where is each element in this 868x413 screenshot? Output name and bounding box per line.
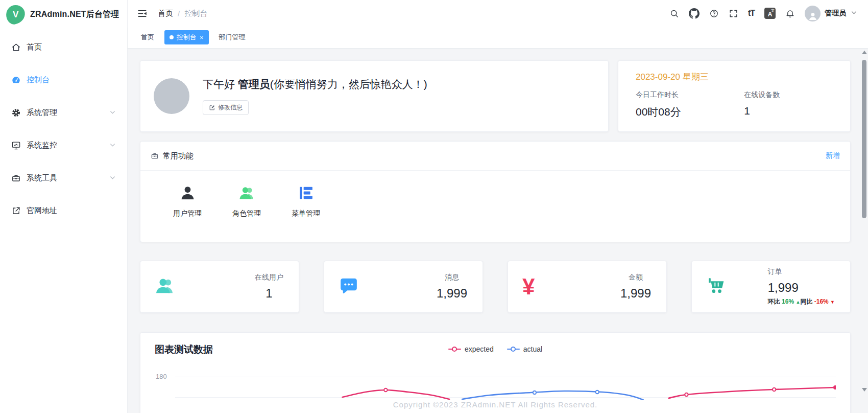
chevron-down-icon [109, 141, 116, 150]
sidebar-item-label: 系统监控 [27, 141, 57, 150]
chart-plot [175, 363, 836, 400]
avatar [154, 78, 189, 114]
breadcrumb-home[interactable]: 首页 [158, 9, 173, 18]
quick-functions-title: 常用功能 [151, 151, 194, 161]
breadcrumb: 首页 / 控制台 [158, 9, 207, 18]
shortcut-user-management[interactable]: 用户管理 [167, 185, 208, 218]
trend-down-icon: ▼ [830, 300, 835, 305]
copyright-footer: Copyright ©2023 ZRAdmin.NET All Rights R… [140, 400, 851, 409]
shortcut-role-management[interactable]: 角色管理 [226, 185, 267, 218]
yoy-value: -16% [814, 298, 829, 305]
sidebar: V ZRAdmin.NET后台管理 首页 控制台 系统管理 系统监控 [0, 0, 128, 413]
sidebar-item-dashboard[interactable]: 控制台 [0, 63, 127, 96]
toolbox-icon [11, 173, 21, 183]
shortcut-menu-management[interactable]: 菜单管理 [285, 185, 326, 218]
topbar: 首页 / 控制台 tT A文 管理员 [128, 0, 868, 27]
tabbar: 首页 控制台 × 部门管理 [128, 27, 868, 49]
help-icon[interactable] [709, 9, 719, 18]
tab-home[interactable]: 首页 [136, 30, 159, 44]
add-button[interactable]: 新增 [826, 151, 840, 160]
avatar [805, 6, 821, 21]
brand[interactable]: V ZRAdmin.NET后台管理 [0, 0, 127, 29]
app-window: V ZRAdmin.NET后台管理 首页 控制台 系统管理 系统监控 [0, 0, 868, 413]
stat-value: 1,999 [620, 286, 651, 301]
stat-label: 订单 [768, 267, 835, 277]
chart-svg [175, 363, 836, 400]
chevron-down-icon [109, 108, 116, 117]
stat-label: 消息 [437, 273, 467, 282]
legend-item-actual[interactable]: actual [507, 345, 542, 353]
scroll-up-icon[interactable] [862, 51, 867, 54]
home-icon [11, 42, 21, 52]
greeting-card: 下午好 管理员(你要悄悄努力，然后惊艳众人！) 修改信息 [140, 60, 609, 132]
stat-value: 1,999 [768, 281, 835, 295]
sidebar-item-system-admin[interactable]: 系统管理 [0, 96, 127, 129]
gear-icon [11, 108, 21, 118]
sidebar-item-system-tools[interactable]: 系统工具 [0, 162, 127, 194]
stat-card-online-users: 在线用户 1 [140, 261, 299, 313]
online-devices-value: 1 [744, 105, 780, 117]
sidebar-item-label: 首页 [27, 42, 42, 52]
legend-marker-icon [448, 347, 461, 352]
search-icon[interactable] [669, 9, 679, 18]
stat-label: 在线用户 [255, 273, 283, 282]
sidebar-menu: 首页 控制台 系统管理 系统监控 系统工具 [0, 29, 127, 227]
brand-logo-icon: V [5, 4, 27, 26]
breadcrumb-separator: / [178, 9, 180, 18]
work-duration-label: 今日工作时长 [636, 90, 744, 100]
cart-icon [706, 276, 727, 298]
translate-icon[interactable]: A文 [764, 8, 776, 19]
dashboard-icon [11, 75, 21, 85]
greeting-user-name: 管理员 [238, 78, 270, 90]
header-actions: tT A文 管理员 [669, 6, 858, 21]
sidebar-item-label: 系统管理 [27, 108, 57, 118]
user-name: 管理员 [825, 9, 846, 18]
chevron-down-icon [850, 9, 858, 18]
active-tab-dot-icon [170, 35, 174, 39]
menu-fold-icon[interactable] [137, 8, 148, 19]
sidebar-item-system-monitor[interactable]: 系统监控 [0, 129, 127, 162]
tab-dashboard[interactable]: 控制台 × [164, 30, 209, 44]
user-icon [179, 185, 196, 201]
monitor-icon [11, 141, 21, 150]
today-card: 2023-09-20 星期三 今日工作时长 00时08分 在线设备数 1 [618, 60, 851, 132]
online-devices-label: 在线设备数 [744, 90, 780, 100]
main-area: 首页 / 控制台 tT A文 管理员 首页 [128, 0, 868, 413]
chart-legend: expected actual [140, 345, 850, 353]
brand-title: ZRAdmin.NET后台管理 [30, 9, 119, 20]
mom-value: 16% [782, 298, 794, 305]
stat-card-messages: 消息 1,999 [324, 261, 483, 313]
stat-value: 1 [255, 286, 283, 301]
quick-functions-card: 常用功能 新增 用户管理 角色管理 菜单管理 [140, 141, 851, 242]
legend-marker-icon [507, 347, 520, 352]
sidebar-item-label: 系统工具 [27, 173, 57, 183]
message-icon [339, 276, 359, 298]
stat-label: 金额 [620, 273, 651, 282]
y-axis-tick: 180 [156, 373, 167, 380]
tab-dept[interactable]: 部门管理 [214, 30, 251, 44]
today-date: 2023-09-20 星期三 [636, 71, 833, 83]
scrollbar[interactable] [861, 49, 867, 412]
content: 下午好 管理员(你要悄悄努力，然后惊艳众人！) 修改信息 2023-09-20 … [128, 49, 868, 413]
fullscreen-icon[interactable] [729, 9, 738, 18]
scrollbar-thumb[interactable] [862, 60, 866, 218]
chevron-down-icon [109, 174, 116, 182]
yen-icon: ¥ [522, 276, 535, 298]
stat-card-orders: 订单 1,999 环比 16% ▲同比 -16% ▼ [691, 261, 851, 313]
sidebar-item-home[interactable]: 首页 [0, 31, 127, 63]
stat-value: 1,999 [437, 286, 467, 301]
briefcase-icon [151, 152, 159, 160]
roles-icon [238, 185, 255, 201]
online-users-icon [155, 276, 175, 298]
stat-card-amount: ¥ 金额 1,999 [508, 261, 667, 313]
tab-close-icon[interactable]: × [200, 34, 204, 41]
github-icon[interactable] [689, 8, 700, 19]
legend-item-expected[interactable]: expected [448, 345, 494, 353]
stat-trend: 环比 16% ▲同比 -16% ▼ [768, 297, 835, 306]
scroll-down-icon[interactable] [862, 388, 867, 392]
bell-icon[interactable] [785, 9, 795, 18]
user-menu[interactable]: 管理员 [805, 6, 858, 21]
edit-profile-button[interactable]: 修改信息 [203, 100, 249, 115]
font-size-icon[interactable]: tT [748, 9, 755, 18]
sidebar-item-website[interactable]: 官网地址 [0, 194, 127, 227]
